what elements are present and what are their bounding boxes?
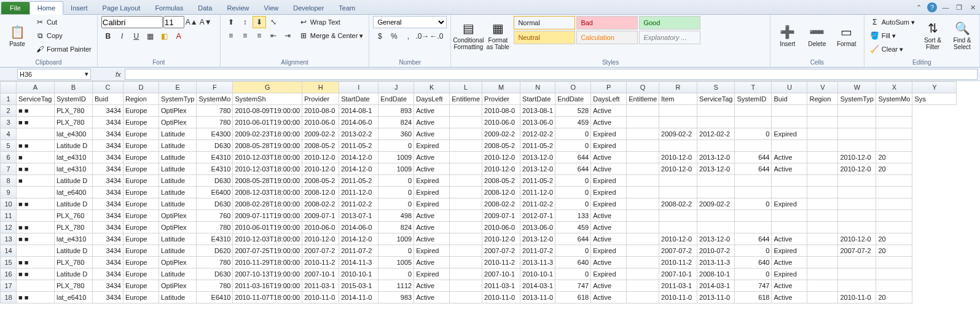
cell-X14[interactable]: 20 xyxy=(876,245,912,257)
align-bottom-button[interactable]: ⬇ xyxy=(253,16,266,28)
cell-B5[interactable]: Latitude D xyxy=(55,140,93,152)
cell-D5[interactable]: Europe xyxy=(123,140,159,152)
italic-button[interactable]: I xyxy=(116,30,129,42)
cell-L5[interactable] xyxy=(450,140,482,152)
cell-L7[interactable] xyxy=(450,163,482,175)
cell-X8[interactable] xyxy=(876,175,912,187)
col-header-S[interactable]: S xyxy=(697,82,735,93)
cell-J16[interactable]: 0 xyxy=(378,268,414,280)
row-header-18[interactable]: 18 xyxy=(1,292,17,303)
cell-Q2[interactable] xyxy=(627,105,659,117)
help-icon[interactable]: ? xyxy=(927,2,937,12)
header-cell[interactable]: ServiceTag xyxy=(697,93,735,105)
cell-I7[interactable]: 2014-12-0 xyxy=(339,163,378,175)
cell-E6[interactable]: Latitude xyxy=(159,152,197,163)
cell-G15[interactable]: 2010-11-29T18:00:00 xyxy=(233,257,302,268)
cell-V14[interactable] xyxy=(807,245,838,257)
cell-E13[interactable]: Latitude xyxy=(159,233,197,245)
col-header-O[interactable]: O xyxy=(555,82,591,93)
cell-O2[interactable]: 528 xyxy=(555,105,591,117)
cell-T15[interactable]: 640 xyxy=(735,257,772,268)
cell-N14[interactable]: 2011-07-2 xyxy=(520,245,555,257)
cell-U2[interactable] xyxy=(772,105,807,117)
cell-F6[interactable]: E4310 xyxy=(197,152,233,163)
cell-F3[interactable]: 780 xyxy=(197,117,233,128)
cell-F7[interactable]: E4310 xyxy=(197,163,233,175)
cell-R16[interactable]: 2007-10-1 xyxy=(659,268,697,280)
cell-U16[interactable]: Expired xyxy=(772,268,807,280)
cell-K18[interactable]: Active xyxy=(414,292,450,303)
cell-I13[interactable]: 2014-12-0 xyxy=(339,233,378,245)
row-header-6[interactable]: 6 xyxy=(1,152,17,163)
cell-A18[interactable]: ■ ■ xyxy=(17,292,55,303)
cell-N9[interactable]: 2011-12-0 xyxy=(520,187,555,198)
cell-F5[interactable]: D630 xyxy=(197,140,233,152)
cell-I10[interactable]: 2011-02-2 xyxy=(339,198,378,210)
cell-I2[interactable]: 2014-08-1 xyxy=(339,105,378,117)
tab-review[interactable]: Review xyxy=(219,2,256,14)
cell-P10[interactable]: Expired xyxy=(591,198,627,210)
cell-X17[interactable] xyxy=(876,280,912,292)
cell-B13[interactable]: lat_e4310 xyxy=(55,233,93,245)
cell-P3[interactable]: Active xyxy=(591,117,627,128)
cell-B9[interactable]: lat_e6400 xyxy=(55,187,93,198)
header-cell[interactable]: Provider xyxy=(482,93,520,105)
sort-filter-button[interactable]: ⇅Sort & Filter xyxy=(919,16,946,55)
cell-K9[interactable]: Expired xyxy=(414,187,450,198)
cell-E14[interactable]: Latitude xyxy=(159,245,197,257)
row-header-3[interactable]: 3 xyxy=(1,117,17,128)
cell-R2[interactable] xyxy=(659,105,697,117)
cell-V7[interactable] xyxy=(807,163,838,175)
cell-V10[interactable] xyxy=(807,198,838,210)
cell-H18[interactable]: 2010-11-0 xyxy=(302,292,339,303)
cell-S14[interactable]: 2010-07-2 xyxy=(697,245,735,257)
cell-S11[interactable] xyxy=(697,210,735,222)
cell-R11[interactable] xyxy=(659,210,697,222)
cell-O18[interactable]: 618 xyxy=(555,292,591,303)
cell-T7[interactable]: 644 xyxy=(735,163,772,175)
header-cell[interactable]: StartDate xyxy=(520,93,555,105)
cell-Q15[interactable] xyxy=(627,257,659,268)
increase-indent-button[interactable]: ⇥ xyxy=(281,29,294,42)
cell-R18[interactable]: 2010-11-0 xyxy=(659,292,697,303)
tab-developer[interactable]: Developer xyxy=(286,2,331,14)
cell-M9[interactable]: 2008-12-0 xyxy=(482,187,520,198)
cell-O8[interactable]: 0 xyxy=(555,175,591,187)
cell-B11[interactable]: PLX_760 xyxy=(55,210,93,222)
cell-L14[interactable] xyxy=(450,245,482,257)
cell-G5[interactable]: 2008-05-28T19:00:00 xyxy=(233,140,302,152)
cell-K8[interactable]: Expired xyxy=(414,175,450,187)
cell-N2[interactable]: 2013-08-1 xyxy=(520,105,555,117)
conditional-formatting-button[interactable]: ▤Conditional Formatting xyxy=(455,16,482,55)
col-header-C[interactable]: C xyxy=(93,82,123,93)
cell-J10[interactable]: 0 xyxy=(378,198,414,210)
cell-U10[interactable]: Expired xyxy=(772,198,807,210)
cell-J6[interactable]: 1009 xyxy=(378,152,414,163)
cell-I5[interactable]: 2011-05-2 xyxy=(339,140,378,152)
cell-B3[interactable]: PLX_780 xyxy=(55,117,93,128)
cell-S15[interactable]: 2013-11-3 xyxy=(697,257,735,268)
orientation-button[interactable]: ⤡ xyxy=(267,16,280,28)
cell-A10[interactable]: ■ ■ xyxy=(17,198,55,210)
cell-T4[interactable]: 0 xyxy=(735,128,772,140)
header-cell[interactable]: Region xyxy=(807,93,838,105)
cell-W6[interactable]: 2010-12-0 xyxy=(838,152,876,163)
copy-button[interactable]: ⧉Copy xyxy=(33,29,93,42)
cell-S17[interactable]: 2014-03-1 xyxy=(697,280,735,292)
row-header-14[interactable]: 14 xyxy=(1,245,17,257)
cell-T17[interactable]: 747 xyxy=(735,280,772,292)
cell-O15[interactable]: 640 xyxy=(555,257,591,268)
cell-G8[interactable]: 2008-05-28T19:00:00 xyxy=(233,175,302,187)
cell-O3[interactable]: 459 xyxy=(555,117,591,128)
cell-I9[interactable]: 2011-12-0 xyxy=(339,187,378,198)
cell-N6[interactable]: 2013-12-0 xyxy=(520,152,555,163)
ribbon-collapse-icon[interactable]: ⌃ xyxy=(914,2,923,12)
tab-formulas[interactable]: Formulas xyxy=(147,2,190,14)
cell-E7[interactable]: Latitude xyxy=(159,163,197,175)
cell-W3[interactable] xyxy=(838,117,876,128)
cell-M17[interactable]: 2011-03-1 xyxy=(482,280,520,292)
row-header-7[interactable]: 7 xyxy=(1,163,17,175)
cell-K7[interactable]: Active xyxy=(414,163,450,175)
cell-E16[interactable]: Latitude xyxy=(159,268,197,280)
cell-G13[interactable]: 2010-12-03T18:00:00 xyxy=(233,233,302,245)
